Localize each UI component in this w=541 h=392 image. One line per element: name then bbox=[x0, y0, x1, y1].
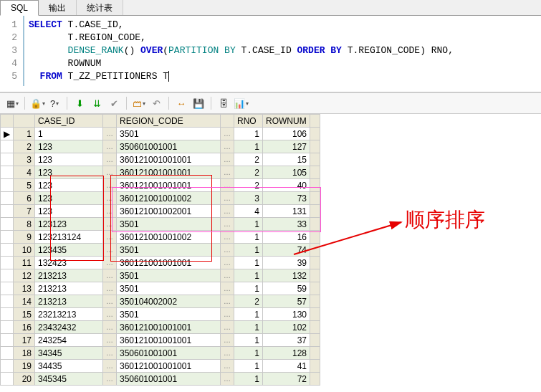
cell-rownum[interactable]: 73 bbox=[263, 192, 310, 205]
cell-case-id[interactable]: 213213 bbox=[35, 295, 103, 308]
cell-region-code[interactable]: 360121001001001 bbox=[117, 153, 221, 166]
cell-rno[interactable]: 1 bbox=[234, 257, 263, 269]
cell-rno[interactable]: 2 bbox=[234, 166, 263, 179]
cell-rno[interactable]: 2 bbox=[234, 153, 263, 166]
cell-region-code[interactable]: 350601001001 bbox=[117, 140, 221, 153]
cell-region-code[interactable]: 3501 bbox=[117, 128, 221, 140]
cell-case-id[interactable]: 123 bbox=[35, 166, 103, 179]
help-icon[interactable]: ? bbox=[47, 96, 62, 110]
tab-sql[interactable]: SQL bbox=[0, 0, 39, 16]
col-header-region-code[interactable]: REGION_CODE bbox=[117, 115, 221, 128]
cell-region-code[interactable]: 3501 bbox=[117, 282, 221, 295]
cell-region-code[interactable]: 360121001001001 bbox=[117, 360, 221, 373]
cell-case-id[interactable]: 23213213 bbox=[35, 308, 103, 321]
cell-case-id[interactable]: 345345 bbox=[35, 373, 103, 386]
table-row[interactable]: 2123…350601001001…1127 bbox=[1, 140, 320, 153]
cell-rno[interactable]: 1 bbox=[234, 218, 263, 231]
cell-case-id[interactable]: 34345 bbox=[35, 347, 103, 360]
cell-rno[interactable]: 1 bbox=[234, 128, 263, 140]
cell-rownum[interactable]: 130 bbox=[263, 308, 310, 321]
table-row[interactable]: 10123435…3501…174 bbox=[1, 244, 320, 257]
undo-icon[interactable]: ↶ bbox=[148, 96, 164, 110]
table-row[interactable]: 6123…360121001001002…373 bbox=[1, 192, 320, 205]
save-icon[interactable]: 💾 bbox=[191, 96, 206, 110]
cell-rno[interactable]: 1 bbox=[234, 269, 263, 282]
cell-region-code[interactable]: 3501 bbox=[117, 244, 221, 257]
cell-case-id[interactable]: 34435 bbox=[35, 360, 103, 373]
cell-region-code[interactable]: 3501 bbox=[117, 218, 221, 231]
cell-region-code[interactable]: 360121001002001 bbox=[117, 205, 221, 218]
cell-region-code[interactable]: 360121001001002 bbox=[117, 192, 221, 205]
cell-region-code[interactable]: 360121001001001 bbox=[117, 257, 221, 269]
cell-case-id[interactable]: 213213 bbox=[35, 282, 103, 295]
cell-rownum[interactable]: 102 bbox=[263, 321, 310, 334]
cell-rno[interactable]: 1 bbox=[234, 321, 263, 334]
table-row[interactable]: ▶11…3501…1106 bbox=[1, 128, 320, 140]
export-icon[interactable]: 🗃 bbox=[131, 96, 147, 110]
cell-rno[interactable]: 3 bbox=[234, 192, 263, 205]
cell-rno[interactable]: 1 bbox=[234, 334, 263, 347]
cell-rownum[interactable]: 74 bbox=[263, 244, 310, 257]
cell-case-id[interactable]: 213213 bbox=[35, 269, 103, 282]
table-row[interactable]: 1623432432…360121001001001…1102 bbox=[1, 321, 320, 334]
cell-region-code[interactable]: 3501 bbox=[117, 308, 221, 321]
tab-stats[interactable]: 统计表 bbox=[77, 0, 123, 15]
lock-icon[interactable]: 🔒 bbox=[29, 96, 45, 110]
cell-rownum[interactable]: 41 bbox=[263, 360, 310, 373]
results-grid[interactable]: CASE_ID REGION_CODE RNO ROWNUM ▶11…3501…… bbox=[0, 114, 320, 386]
table-row[interactable]: 13213213…3501…159 bbox=[1, 282, 320, 295]
grid-mode-icon[interactable]: ▦ bbox=[4, 96, 20, 110]
cell-rno[interactable]: 1 bbox=[234, 282, 263, 295]
cell-region-code[interactable]: 360121001001001 bbox=[117, 179, 221, 192]
cell-rownum[interactable]: 33 bbox=[263, 218, 310, 231]
cell-case-id[interactable]: 132423 bbox=[35, 257, 103, 269]
table-row[interactable]: 3123…360121001001001…215 bbox=[1, 153, 320, 166]
table-row[interactable]: 1523213213…3501…1130 bbox=[1, 308, 320, 321]
cell-rownum[interactable]: 131 bbox=[263, 205, 310, 218]
cell-rownum[interactable]: 16 bbox=[263, 231, 310, 244]
table-row[interactable]: 12213213…3501…1132 bbox=[1, 269, 320, 282]
table-row[interactable]: 1934435…360121001001001…141 bbox=[1, 360, 320, 373]
table-row[interactable]: 4123…360121001001001…2105 bbox=[1, 166, 320, 179]
tab-output[interactable]: 输出 bbox=[39, 0, 77, 15]
cell-rownum[interactable]: 39 bbox=[263, 257, 310, 269]
col-header-rownum[interactable]: ROWNUM bbox=[263, 115, 310, 128]
cell-rno[interactable]: 1 bbox=[234, 244, 263, 257]
table-row[interactable]: 20345345…350601001001…172 bbox=[1, 373, 320, 386]
cell-rownum[interactable]: 127 bbox=[263, 140, 310, 153]
sql-code[interactable]: SELECT T.CASE_ID, T.REGION_CODE, DENSE_R… bbox=[24, 16, 454, 86]
cell-rno[interactable]: 1 bbox=[234, 347, 263, 360]
cell-case-id[interactable]: 123435 bbox=[35, 244, 103, 257]
cell-rno[interactable]: 1 bbox=[234, 373, 263, 386]
refresh-icon[interactable]: ↔ bbox=[173, 96, 189, 110]
cell-rownum[interactable]: 106 bbox=[263, 128, 310, 140]
table-row[interactable]: 8123123…3501…133 bbox=[1, 218, 320, 231]
cell-case-id[interactable]: 123 bbox=[35, 205, 103, 218]
cell-rno[interactable]: 4 bbox=[234, 205, 263, 218]
cell-rownum[interactable]: 57 bbox=[263, 295, 310, 308]
cell-case-id[interactable]: 1 bbox=[35, 128, 103, 140]
fetch-all-icon[interactable]: ⇊ bbox=[89, 96, 105, 110]
cell-region-code[interactable]: 350104002002 bbox=[117, 295, 221, 308]
cell-case-id[interactable]: 243254 bbox=[35, 334, 103, 347]
commit-icon[interactable]: ✔ bbox=[106, 96, 122, 110]
col-header-rno[interactable]: RNO bbox=[234, 115, 263, 128]
cell-region-code[interactable]: 360121001001001 bbox=[117, 321, 221, 334]
sql-editor[interactable]: 1 2 3 4 5 SELECT T.CASE_ID, T.REGION_COD… bbox=[0, 16, 541, 92]
cell-rownum[interactable]: 132 bbox=[263, 269, 310, 282]
cell-rno[interactable]: 1 bbox=[234, 308, 263, 321]
cell-case-id[interactable]: 123 bbox=[35, 153, 103, 166]
cell-rownum[interactable]: 40 bbox=[263, 179, 310, 192]
cell-rno[interactable]: 2 bbox=[234, 295, 263, 308]
cell-case-id[interactable]: 123 bbox=[35, 192, 103, 205]
chart-icon[interactable]: 📊 bbox=[233, 96, 249, 110]
filter-icon[interactable]: 🗄 bbox=[216, 96, 231, 110]
cell-case-id[interactable]: 123123 bbox=[35, 218, 103, 231]
cell-region-code[interactable]: 350601001001 bbox=[117, 347, 221, 360]
table-row[interactable]: 1834345…350601001001…1128 bbox=[1, 347, 320, 360]
table-row[interactable]: 7123…360121001002001…4131 bbox=[1, 205, 320, 218]
cell-rownum[interactable]: 105 bbox=[263, 166, 310, 179]
cell-case-id[interactable]: 123 bbox=[35, 140, 103, 153]
cell-region-code[interactable]: 360121001001001 bbox=[117, 166, 221, 179]
col-header-case-id[interactable]: CASE_ID bbox=[35, 115, 103, 128]
